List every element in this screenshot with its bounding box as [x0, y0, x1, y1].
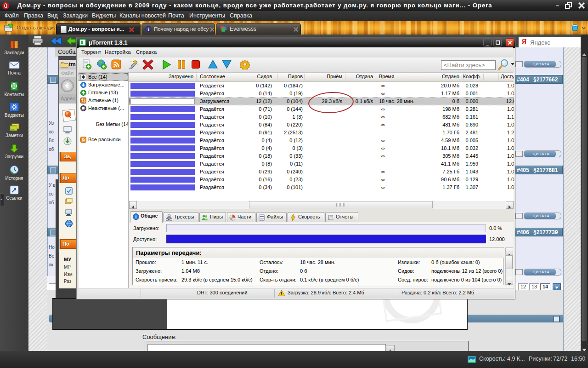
svg-text:i: i — [148, 27, 149, 32]
svg-text:@: @ — [11, 84, 16, 88]
svg-text:i: i — [136, 214, 137, 219]
